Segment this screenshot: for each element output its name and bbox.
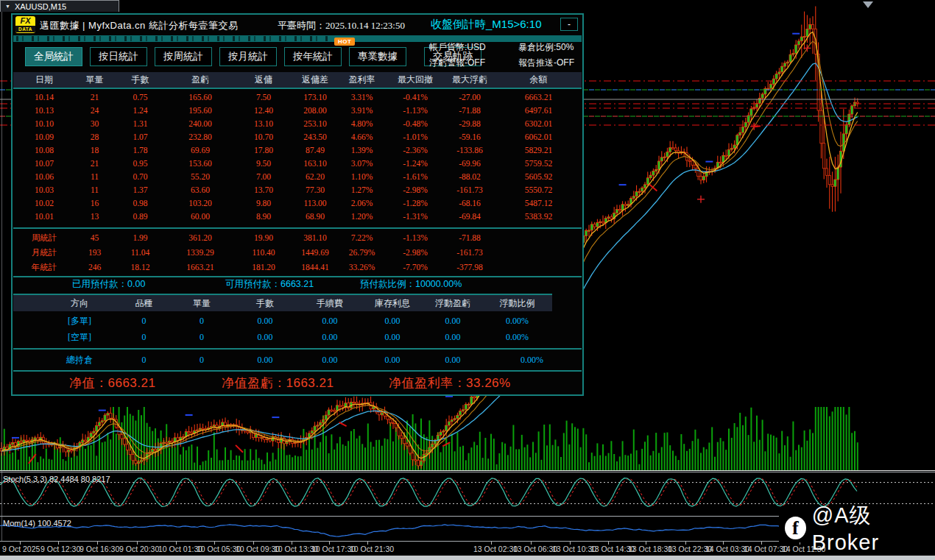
stats-table-body: 10.14210.75165.607.50173.103.31%-0.41%-2… xyxy=(13,91,582,223)
stats-cell: 208.00 xyxy=(293,106,337,115)
clipped-glyphs xyxy=(16,36,329,41)
stats-summary-cell: 周統計 xyxy=(13,233,75,244)
panel-tab[interactable]: 專業數據 xyxy=(349,47,406,66)
stats-summary-cell: 361.20 xyxy=(166,233,234,242)
panel-tab[interactable]: 全局統計 xyxy=(25,47,82,66)
stats-cell: 13.10 xyxy=(234,119,293,128)
positions-cell: 0.00% xyxy=(482,316,552,327)
stats-cell: 11 xyxy=(75,172,114,181)
stats-summary-cell: 19.90 xyxy=(234,233,293,242)
stats-cell: 5759.52 xyxy=(495,159,582,168)
stats-header-cell: 日期 xyxy=(13,74,75,86)
stats-cell: 0.75 xyxy=(114,93,166,102)
stats-cell: 6663.21 xyxy=(495,93,582,102)
stats-cell: 6062.01 xyxy=(495,132,582,141)
stats-summary-cell: 181.20 xyxy=(234,263,293,272)
stats-summary-cell: 1339.29 xyxy=(166,248,234,257)
stats-cell: -1.01% xyxy=(387,132,444,141)
stats-cell: 21 xyxy=(75,159,114,168)
stats-row: 10.09281.07232.8010.70243.504.66%-1.01%-… xyxy=(13,130,582,143)
positions-cell: [空單] xyxy=(43,331,116,344)
stats-cell: 3.91% xyxy=(337,106,387,115)
stochastic-pane[interactable] xyxy=(0,472,935,515)
panel-tab[interactable]: 按月統計 xyxy=(219,47,277,66)
stats-summary-row: 周統計451.99361.2019.90381.107.22%-1.13%-71… xyxy=(13,230,582,245)
positions-total-cell: 總持倉 xyxy=(43,354,116,366)
stats-cell: 10.13 xyxy=(13,106,75,115)
positions-cell: 0.00 xyxy=(423,316,482,327)
positions-total-cell: 0.00 xyxy=(361,355,423,366)
stats-cell: 7.50 xyxy=(234,93,293,102)
stats-cell: -1.31% xyxy=(387,212,444,221)
stats-summary-row: 年統計24618.121663.21181.201844.4133.26%-7.… xyxy=(13,260,582,274)
positions-header-cell: 方向 xyxy=(43,297,116,310)
stats-row: 10.07210.95153.609.50163.103.07%-1.24%-6… xyxy=(13,157,582,170)
positions-total-cell: 0 xyxy=(172,355,232,366)
time-axis-label: 13 Oct 02:30 xyxy=(473,545,518,553)
stats-cell: 7.00 xyxy=(234,172,293,181)
stats-cell: 10.14 xyxy=(13,93,75,102)
time-axis-tick xyxy=(137,542,138,545)
stats-cell: 165.60 xyxy=(166,93,234,102)
time-axis: 9 Oct 20259 Oct 12:309 Oct 16:309 Oct 20… xyxy=(0,542,935,556)
panel-tab[interactable]: 按日統計 xyxy=(90,47,147,66)
time-axis-label: 10 Oct 21:30 xyxy=(350,545,394,553)
stats-header-cell: 余額 xyxy=(495,74,582,86)
stats-cell: 1.31 xyxy=(114,119,166,128)
minimize-button[interactable]: - xyxy=(560,18,578,31)
chart-symbol-tab[interactable]: ▼ XAUUSD,M15 xyxy=(0,0,119,12)
equity-item: 净值盈虧：1663.21 xyxy=(222,375,334,391)
stats-summary-cell: 年統計 xyxy=(13,262,75,273)
time-axis-tick xyxy=(329,542,330,545)
dropdown-icon: ▼ xyxy=(5,4,10,9)
stats-cell: 13.70 xyxy=(234,185,293,194)
stats-cell: -0.41% xyxy=(387,93,444,102)
stats-summary-cell: 1449.69 xyxy=(293,248,337,257)
stats-panel: FX DATA 邁匯數據 | MyfxData.cn 統計分析每壹筆交易 平臺時… xyxy=(11,13,584,396)
divider xyxy=(13,348,582,350)
stats-summary-cell: -7.70% xyxy=(387,263,444,272)
time-axis-tick xyxy=(292,542,292,545)
window-bottom-strip xyxy=(0,556,935,560)
positions-total-cell: 0.00 xyxy=(232,355,298,366)
time-axis-tick xyxy=(570,542,571,545)
stats-cell: 28 xyxy=(75,132,114,141)
window-left-frame xyxy=(1,12,2,556)
time-axis-label: 9 Oct 12:30 xyxy=(40,545,80,553)
stats-cell: 10.01 xyxy=(13,212,75,221)
stats-summary-cell: 1663.21 xyxy=(166,263,234,272)
stats-row: 10.14210.75165.607.50173.103.31%-0.41%-2… xyxy=(13,91,582,104)
time-axis-tick xyxy=(176,542,177,545)
stats-header-cell: 最大回撤 xyxy=(387,74,444,86)
equity-row: 净值：6663.21净值盈虧：1663.21净值盈利率：33.26% xyxy=(13,373,582,394)
stats-cell: -29.88 xyxy=(444,119,495,128)
stats-cell: 6497.61 xyxy=(495,106,582,115)
margin-info-row: 已用預付款：0.00可用預付款：6663.21預付款比例：10000.00% xyxy=(13,276,582,292)
equity-item: 净值盈利率：33.26% xyxy=(389,375,511,391)
stats-cell: -59.16 xyxy=(444,132,495,141)
positions-cell: 0.00% xyxy=(482,332,552,343)
stats-cell: 2.06% xyxy=(337,199,387,208)
panel-tab[interactable]: 按周統計 xyxy=(155,47,212,66)
stats-summary-cell: -2.98% xyxy=(387,248,444,257)
time-axis-tick xyxy=(20,542,21,545)
panel-tab[interactable]: 按年統計 xyxy=(284,47,342,66)
stats-table-header: 日期單量手數盈虧返傭返傭差盈利率最大回撤最大浮虧余額 xyxy=(13,72,582,89)
stats-cell: 3.31% xyxy=(337,93,387,102)
positions-cell: 0.00 xyxy=(298,332,361,343)
stats-cell: 63.60 xyxy=(166,185,234,194)
logo-fx-text: FX xyxy=(15,16,35,26)
stats-cell: 6302.01 xyxy=(495,119,582,128)
stats-cell: -68.16 xyxy=(444,199,495,208)
stats-cell: 243.50 xyxy=(293,132,337,141)
positions-table-header: 方向品種單量手數手續費庫存利息浮動盈虧浮動比例 xyxy=(13,294,552,311)
stats-cell: 5487.12 xyxy=(495,199,582,208)
stats-cell: 1.24 xyxy=(114,106,166,115)
stats-summary-cell: 18.12 xyxy=(114,263,166,272)
positions-cell: 0 xyxy=(116,332,172,343)
stats-header-cell: 最大浮虧 xyxy=(444,74,495,86)
stats-cell: 113.00 xyxy=(293,199,337,208)
stats-cell: 240.00 xyxy=(166,119,234,128)
stats-row: 10.10301.31240.0013.10253.104.80%-0.48%-… xyxy=(13,117,582,130)
stats-summary-cell: -71.88 xyxy=(444,233,495,242)
